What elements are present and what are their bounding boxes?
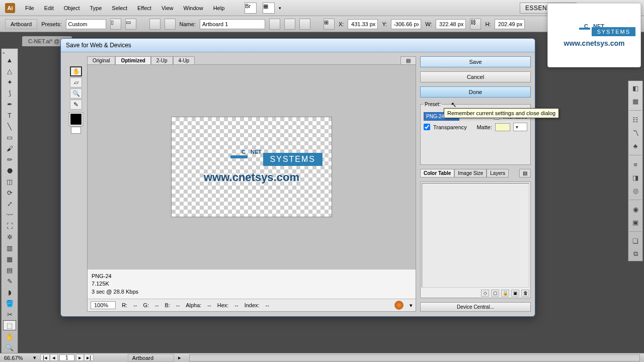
artboard-name-input[interactable] (200, 19, 265, 29)
live-paint-tool[interactable]: 🪣 (3, 298, 16, 308)
link-wh[interactable]: ⛓ (470, 19, 481, 30)
preview-zoom[interactable]: 100% (91, 301, 116, 309)
presets-dropdown[interactable] (66, 19, 106, 29)
opt-btn-3[interactable] (269, 19, 280, 30)
artboard-number[interactable] (59, 354, 74, 361)
menu-select[interactable]: Select (108, 3, 131, 13)
color-panel-icon[interactable]: ◧ (630, 83, 641, 93)
blend-tool[interactable]: ◗ (3, 287, 16, 297)
gradient-icon[interactable]: ◨ (630, 172, 641, 183)
symbols-icon[interactable]: ♣ (630, 141, 641, 151)
menu-object[interactable]: Object (60, 3, 84, 13)
blob-brush-tool[interactable]: ⬣ (3, 165, 16, 175)
artboard-selector[interactable]: Artboard (128, 354, 174, 362)
magic-wand-tool[interactable]: ✦ (3, 77, 16, 87)
direct-select-tool[interactable]: △ (3, 66, 16, 76)
paintbrush-tool[interactable]: 🖌 (3, 143, 16, 153)
hand-tool[interactable]: ✋ (3, 331, 16, 341)
x-input[interactable] (348, 19, 378, 29)
bridge-button[interactable]: Br (245, 3, 257, 14)
device-central-button[interactable]: Device Central... (420, 302, 531, 312)
tab-original[interactable]: Original (87, 56, 115, 64)
save-button[interactable]: Save (420, 56, 531, 67)
ct-shift-icon[interactable]: ▢ (491, 290, 499, 297)
eyedropper-dialog[interactable]: ✎ (70, 100, 82, 110)
artboards-icon[interactable]: ⧉ (630, 249, 641, 259)
tab-optimized[interactable]: Optimized (115, 56, 150, 64)
orientation-portrait[interactable]: ▯ (110, 19, 121, 30)
scale-tool[interactable]: ⤢ (3, 199, 16, 209)
preview-browser-menu[interactable]: ▾ (410, 302, 413, 309)
expand-toolbar[interactable]: » (3, 51, 8, 54)
swatches-icon[interactable]: ☷ (630, 115, 641, 125)
horizontal-scrollbar[interactable] (189, 354, 640, 361)
reference-point[interactable]: ⊞ (324, 19, 335, 30)
menu-file[interactable]: File (21, 3, 38, 13)
selection-tool[interactable]: ▲ (3, 55, 16, 65)
menu-effect[interactable]: Effect (133, 3, 155, 13)
artboard-tool[interactable]: ⬚ (3, 320, 16, 330)
eyedropper-tool[interactable]: ✎ (3, 276, 16, 286)
cancel-button[interactable]: Cancel (420, 71, 531, 82)
appearance-icon[interactable]: ◉ (630, 204, 641, 214)
artboard-nav[interactable]: |◂◂ ▸▸| (40, 354, 94, 361)
menu-help[interactable]: Help (209, 3, 229, 13)
arrange-button[interactable]: ▦ (263, 3, 275, 14)
ct-new-icon[interactable]: ▣ (511, 290, 519, 297)
preview-browser-icon[interactable] (394, 301, 404, 310)
layers-icon[interactable]: ❏ (630, 236, 641, 246)
transparency-checkbox[interactable] (424, 124, 430, 130)
mesh-tool[interactable]: ▦ (3, 254, 16, 264)
tab-layers[interactable]: Layers (487, 169, 509, 177)
orientation-landscape[interactable]: ▭ (125, 19, 136, 30)
toggle-slices[interactable] (71, 127, 81, 134)
matte-swatch[interactable] (495, 123, 510, 131)
color-table-menu[interactable]: ▤ (519, 169, 531, 177)
zoom-tool[interactable]: 🔍 (3, 342, 16, 352)
preview-canvas[interactable]: CNET SYSTEMS www.cnetsys.com (88, 65, 416, 269)
stroke-icon[interactable]: ≡ (630, 159, 641, 169)
rectangle-tool[interactable]: ▭ (3, 132, 16, 142)
opt-btn-4[interactable] (284, 19, 295, 30)
opt-btn-5[interactable] (299, 19, 310, 30)
graphic-styles-icon[interactable]: ▣ (630, 217, 641, 227)
preview-menu[interactable]: ▤ (400, 56, 416, 64)
tab-image-size[interactable]: Image Size (454, 169, 487, 177)
brushes-icon[interactable]: 〽 (630, 128, 641, 138)
symbol-sprayer-tool[interactable]: ✲ (3, 232, 16, 242)
ct-snap-icon[interactable]: ◇ (481, 290, 489, 297)
slice-select-dialog[interactable]: ▱ (70, 77, 82, 87)
tab-color-table[interactable]: Color Table (420, 169, 454, 177)
ct-lock-icon[interactable]: 🔒 (501, 290, 509, 297)
transparency-icon[interactable]: ◎ (630, 186, 641, 196)
color-guide-icon[interactable]: ▦ (630, 96, 641, 106)
matte-dropdown[interactable]: ▾ (513, 123, 527, 131)
opt-btn-2[interactable] (165, 19, 176, 30)
hand-tool-dialog[interactable]: ✋ (70, 66, 82, 76)
zoom-tool-dialog[interactable]: 🔍 (70, 88, 82, 99)
gradient-tool[interactable]: ▤ (3, 265, 16, 275)
done-button[interactable]: Done (420, 86, 531, 98)
opt-btn-1[interactable] (149, 19, 160, 30)
slice-tool[interactable]: ✂ (3, 309, 16, 319)
free-transform-tool[interactable]: ⛶ (3, 221, 16, 231)
graph-tool[interactable]: ▥ (3, 243, 16, 253)
menu-edit[interactable]: Edit (40, 3, 58, 13)
y-input[interactable] (391, 19, 421, 29)
doc-zoom[interactable]: 66.67% (4, 355, 29, 361)
tab-2up[interactable]: 2-Up (151, 56, 173, 64)
type-tool[interactable]: T (3, 110, 16, 120)
menu-type[interactable]: Type (86, 3, 106, 13)
pen-tool[interactable]: ✒ (3, 99, 16, 109)
eraser-tool[interactable]: ◫ (3, 176, 16, 187)
tab-4up[interactable]: 4-Up (173, 56, 195, 64)
warp-tool[interactable]: 〰 (3, 210, 16, 220)
line-tool[interactable]: ╲ (3, 121, 16, 131)
menu-window[interactable]: Window (180, 3, 207, 13)
pencil-tool[interactable]: ✏ (3, 154, 16, 164)
w-input[interactable] (436, 19, 466, 29)
ct-trash-icon[interactable]: 🗑 (521, 290, 529, 297)
lasso-tool[interactable]: ⟆ (3, 88, 16, 98)
rotate-tool[interactable]: ⟳ (3, 188, 16, 198)
h-input[interactable] (495, 19, 525, 29)
